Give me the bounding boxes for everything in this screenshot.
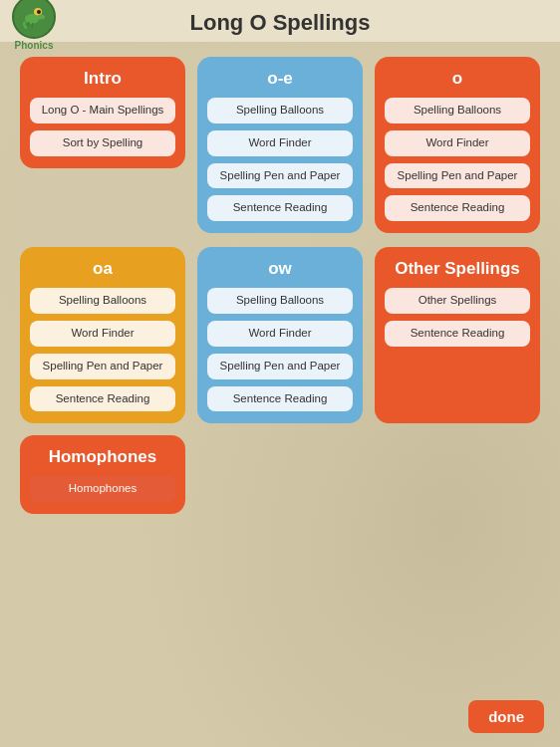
btn-o-spelling-pen[interactable]: Spelling Pen and Paper bbox=[385, 163, 530, 189]
logo-text: Phonics bbox=[15, 40, 54, 51]
chameleon-svg bbox=[19, 2, 49, 32]
main-grid-row2: oa Spelling Balloons Word Finder Spellin… bbox=[0, 247, 560, 423]
btn-o-word-finder[interactable]: Word Finder bbox=[385, 130, 530, 156]
card-oe-title: o-e bbox=[267, 69, 293, 89]
card-homophones-title: Homophones bbox=[49, 447, 157, 467]
card-oa: oa Spelling Balloons Word Finder Spellin… bbox=[20, 247, 185, 423]
svg-line-6 bbox=[32, 23, 33, 28]
btn-ow-sentence-reading[interactable]: Sentence Reading bbox=[207, 386, 353, 412]
btn-oe-sentence-reading[interactable]: Sentence Reading bbox=[207, 195, 353, 221]
card-other-title: Other Spellings bbox=[395, 259, 520, 279]
btn-oa-sentence-reading[interactable]: Sentence Reading bbox=[30, 386, 175, 412]
header: Phonics Long O Spellings bbox=[0, 0, 560, 43]
btn-oe-spelling-balloons[interactable]: Spelling Balloons bbox=[207, 98, 353, 124]
btn-other-sentence-reading[interactable]: Sentence Reading bbox=[385, 321, 530, 347]
homophones-row: Homophones Homophones bbox=[0, 423, 560, 514]
btn-o-spelling-balloons[interactable]: Spelling Balloons bbox=[385, 98, 530, 124]
card-ow: ow Spelling Balloons Word Finder Spellin… bbox=[197, 247, 363, 423]
btn-other-spellings[interactable]: Other Spellings bbox=[385, 288, 530, 314]
card-o-title: o bbox=[452, 69, 462, 89]
card-ow-title: ow bbox=[268, 259, 292, 279]
svg-point-3 bbox=[25, 14, 39, 24]
btn-oa-spelling-balloons[interactable]: Spelling Balloons bbox=[30, 288, 175, 314]
card-oe: o-e Spelling Balloons Word Finder Spelli… bbox=[197, 57, 363, 233]
main-grid-row1: Intro Long O - Main Spellings Sort by Sp… bbox=[0, 43, 560, 247]
btn-oa-word-finder[interactable]: Word Finder bbox=[30, 321, 175, 347]
logo-icon bbox=[12, 0, 56, 39]
card-intro-title: Intro bbox=[84, 69, 122, 89]
svg-point-4 bbox=[37, 15, 45, 20]
svg-line-5 bbox=[28, 22, 29, 27]
card-homophones: Homophones Homophones bbox=[20, 435, 185, 514]
btn-o-sentence-reading[interactable]: Sentence Reading bbox=[385, 195, 530, 221]
card-intro: Intro Long O - Main Spellings Sort by Sp… bbox=[20, 57, 185, 168]
btn-oe-word-finder[interactable]: Word Finder bbox=[207, 130, 353, 156]
page-title: Long O Spellings bbox=[190, 10, 371, 36]
btn-ow-word-finder[interactable]: Word Finder bbox=[207, 321, 353, 347]
btn-oa-spelling-pen[interactable]: Spelling Pen and Paper bbox=[30, 354, 175, 379]
btn-oe-spelling-pen[interactable]: Spelling Pen and Paper bbox=[207, 163, 353, 189]
btn-ow-spelling-balloons[interactable]: Spelling Balloons bbox=[207, 288, 353, 314]
card-oa-title: oa bbox=[93, 259, 113, 279]
btn-intro-main-spellings[interactable]: Long O - Main Spellings bbox=[30, 98, 175, 124]
btn-intro-sort-spelling[interactable]: Sort by Spelling bbox=[30, 130, 175, 156]
logo-area: Phonics bbox=[12, 0, 56, 51]
btn-ow-spelling-pen[interactable]: Spelling Pen and Paper bbox=[207, 354, 353, 379]
btn-homophones[interactable]: Homophones bbox=[30, 476, 175, 502]
card-o: o Spelling Balloons Word Finder Spelling… bbox=[375, 57, 540, 233]
done-button[interactable]: done bbox=[468, 700, 544, 733]
card-other: Other Spellings Other Spellings Sentence… bbox=[375, 247, 540, 423]
svg-point-2 bbox=[37, 10, 41, 14]
